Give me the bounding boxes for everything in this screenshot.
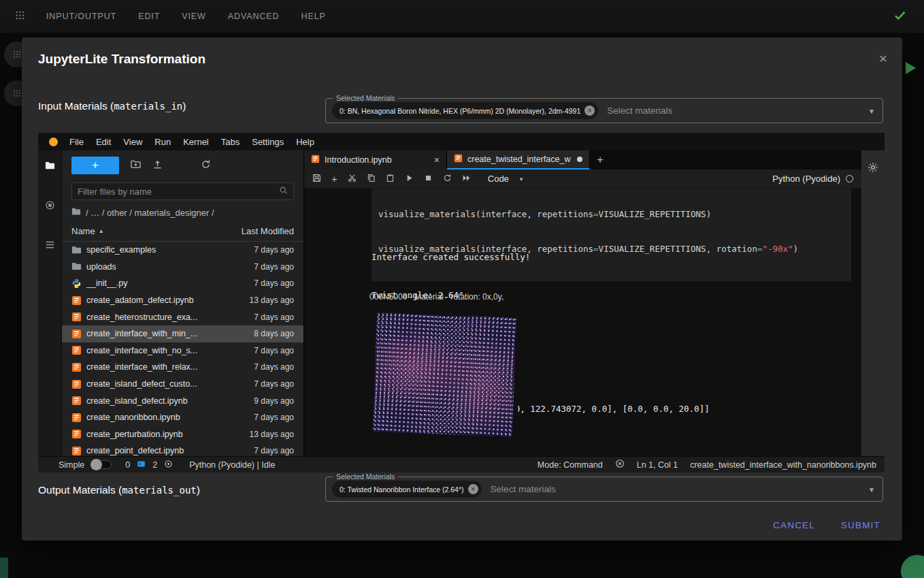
file-row[interactable]: create_point_defect.ipynb 7 days ago bbox=[62, 443, 303, 456]
jupyter-menu-settings[interactable]: Settings bbox=[246, 137, 290, 147]
menu-view[interactable]: VIEW bbox=[182, 12, 206, 21]
running-kernels-tab-icon[interactable] bbox=[45, 200, 55, 212]
new-launcher-button[interactable]: + bbox=[71, 157, 119, 174]
file-row[interactable]: __init__.py 7 days ago bbox=[62, 275, 303, 292]
table-of-contents-tab-icon[interactable] bbox=[45, 240, 55, 252]
restart-kernel-icon[interactable] bbox=[443, 174, 452, 184]
notebook-content[interactable]: visualize_materials(interface, repetitio… bbox=[304, 189, 861, 456]
file-name: uploads bbox=[86, 262, 254, 272]
file-row[interactable]: create_adatom_defect.ipynb 13 days ago bbox=[62, 292, 303, 309]
settings-gear-icon[interactable] bbox=[868, 162, 878, 456]
file-name: create_interface_with_no_s... bbox=[86, 346, 254, 355]
file-name: create_island_defect.ipynb bbox=[86, 396, 254, 406]
kernels-count[interactable]: 2 bbox=[152, 460, 157, 470]
chip-remove-icon[interactable]: × bbox=[584, 106, 595, 116]
jupyter-menu-edit[interactable]: Edit bbox=[90, 137, 117, 147]
file-row[interactable]: create_interface_with_relax... 7 days ag… bbox=[62, 359, 303, 376]
cut-icon[interactable] bbox=[348, 174, 357, 184]
tab-create-twisted-interface[interactable]: create_twisted_interface_w bbox=[447, 150, 590, 170]
file-row[interactable]: uploads 7 days ago bbox=[62, 259, 303, 276]
input-label-code: materials_in bbox=[114, 101, 182, 112]
notification-icon[interactable] bbox=[615, 459, 625, 470]
upload-icon[interactable] bbox=[152, 159, 163, 172]
restart-run-all-icon[interactable] bbox=[462, 174, 471, 184]
output-field-label: Selected Materials bbox=[333, 472, 398, 481]
output-material-chip[interactable]: 0: Twisted Nanoribbon Interface (2.64°) … bbox=[332, 481, 482, 498]
column-name[interactable]: Name bbox=[71, 226, 95, 236]
output-materials-select[interactable]: Selected Materials 0: Twisted Nanoribbon… bbox=[325, 477, 883, 502]
jupyter-menu-kernel[interactable]: Kernel bbox=[177, 137, 215, 147]
notebook-icon bbox=[71, 345, 82, 355]
jupyter-menu-file[interactable]: File bbox=[63, 137, 90, 147]
add-cell-icon[interactable]: + bbox=[331, 174, 337, 183]
terminals-count[interactable]: 0 bbox=[125, 460, 130, 470]
notebook-icon bbox=[71, 362, 82, 372]
chevron-down-icon[interactable]: ▼ bbox=[868, 107, 875, 114]
run-icon[interactable] bbox=[405, 174, 414, 184]
filter-files-input[interactable]: Filter files by name bbox=[71, 182, 294, 200]
file-browser-tab-icon[interactable] bbox=[45, 161, 55, 173]
jupyter-menu-tabs[interactable]: Tabs bbox=[215, 137, 246, 147]
dialog-title: JupyterLite Transformation bbox=[38, 52, 205, 67]
close-icon[interactable]: × bbox=[879, 51, 887, 65]
column-last-modified[interactable]: Last Modified bbox=[242, 226, 294, 236]
input-materials-label: Input Materials (materials_in) bbox=[38, 100, 186, 112]
material-visualization[interactable] bbox=[372, 311, 518, 438]
file-row-selected[interactable]: create_interface_with_min_... 8 days ago bbox=[62, 325, 303, 342]
kernel-status-text[interactable]: Python (Pyodide) | Idle bbox=[189, 460, 275, 470]
refresh-icon[interactable] bbox=[201, 159, 211, 172]
chevron-down-icon[interactable]: ▼ bbox=[868, 485, 875, 493]
file-modified: 7 days ago bbox=[254, 346, 294, 355]
cancel-button[interactable]: CANCEL bbox=[769, 519, 819, 531]
app-grid-icon[interactable] bbox=[15, 10, 25, 23]
tab-introduction[interactable]: Introduction.ipynb × bbox=[304, 150, 447, 170]
breadcrumb-path[interactable]: / … / other / materials_designer / bbox=[86, 208, 214, 218]
paste-icon[interactable] bbox=[386, 174, 395, 184]
new-tab-button[interactable]: + bbox=[590, 150, 610, 170]
menu-help[interactable]: HELP bbox=[301, 12, 326, 21]
file-browser-toolbar: + bbox=[62, 150, 303, 174]
home-folder-icon[interactable] bbox=[71, 207, 81, 219]
submit-button[interactable]: SUBMIT bbox=[837, 519, 885, 531]
jupyter-menu-help[interactable]: Help bbox=[290, 137, 320, 147]
breadcrumb[interactable]: / … / other / materials_designer / bbox=[71, 207, 294, 219]
file-modified: 7 days ago bbox=[254, 446, 294, 455]
kernel-selector[interactable]: Python (Pyodide) bbox=[772, 174, 853, 184]
kernels-icon[interactable] bbox=[164, 460, 173, 470]
file-row[interactable]: create_island_defect.ipynb 9 days ago bbox=[62, 392, 303, 409]
cursor-position[interactable]: Ln 1, Col 1 bbox=[637, 460, 678, 470]
tab-close-icon[interactable]: × bbox=[434, 155, 440, 165]
cell-type-dropdown[interactable]: Code ▾ bbox=[488, 174, 523, 184]
new-folder-icon[interactable] bbox=[131, 159, 141, 172]
sort-ascending-icon[interactable]: ▲ bbox=[99, 228, 104, 234]
file-row[interactable]: specific_examples 7 days ago bbox=[62, 242, 303, 259]
save-icon[interactable] bbox=[312, 174, 321, 184]
jupyter-status-bar: Simple 0 2 Python (Pyodide) | Idle Mode:… bbox=[38, 456, 885, 472]
copy-icon[interactable] bbox=[367, 174, 376, 184]
stop-icon[interactable] bbox=[424, 174, 433, 184]
file-row[interactable]: create_perturbation.ipynb 13 days ago bbox=[62, 426, 303, 443]
menu-advanced[interactable]: ADVANCED bbox=[228, 12, 280, 21]
file-row[interactable]: create_interface_with_no_s... 7 days ago bbox=[62, 342, 303, 359]
file-modified: 13 days ago bbox=[250, 295, 294, 305]
menu-edit[interactable]: EDIT bbox=[138, 12, 160, 21]
file-row[interactable]: create_island_defect_custo... 7 days ago bbox=[62, 376, 303, 393]
editor-mode: Mode: Command bbox=[538, 460, 603, 470]
file-row[interactable]: create_nanoribbon.ipynb 7 days ago bbox=[62, 409, 303, 426]
jupyter-menu-run[interactable]: Run bbox=[148, 137, 177, 147]
notebook-icon bbox=[311, 155, 320, 165]
input-materials-select[interactable]: Selected Materials 0: BN, Hexagonal Boro… bbox=[325, 98, 883, 123]
notebook-tab-bar: Introduction.ipynb × create_twisted_inte… bbox=[304, 150, 861, 170]
notebook-icon bbox=[71, 379, 82, 389]
file-row[interactable]: create_heterostructure_exa... 7 days ago bbox=[62, 308, 303, 325]
menu-input-output[interactable]: INPUT/OUTPUT bbox=[46, 12, 116, 21]
check-icon[interactable] bbox=[893, 9, 906, 25]
jupyter-menu-view[interactable]: View bbox=[117, 137, 148, 147]
input-material-chip[interactable]: 0: BN, Hexagonal Boron Nitride, HEX (P6/… bbox=[332, 102, 598, 119]
unsaved-changes-dot-icon[interactable] bbox=[577, 157, 582, 162]
cell-type-value: Code bbox=[488, 174, 509, 184]
chip-remove-icon[interactable]: × bbox=[468, 484, 478, 494]
simple-mode-toggle[interactable] bbox=[91, 460, 112, 469]
file-modified: 7 days ago bbox=[254, 278, 294, 288]
terminals-icon[interactable] bbox=[137, 460, 146, 470]
